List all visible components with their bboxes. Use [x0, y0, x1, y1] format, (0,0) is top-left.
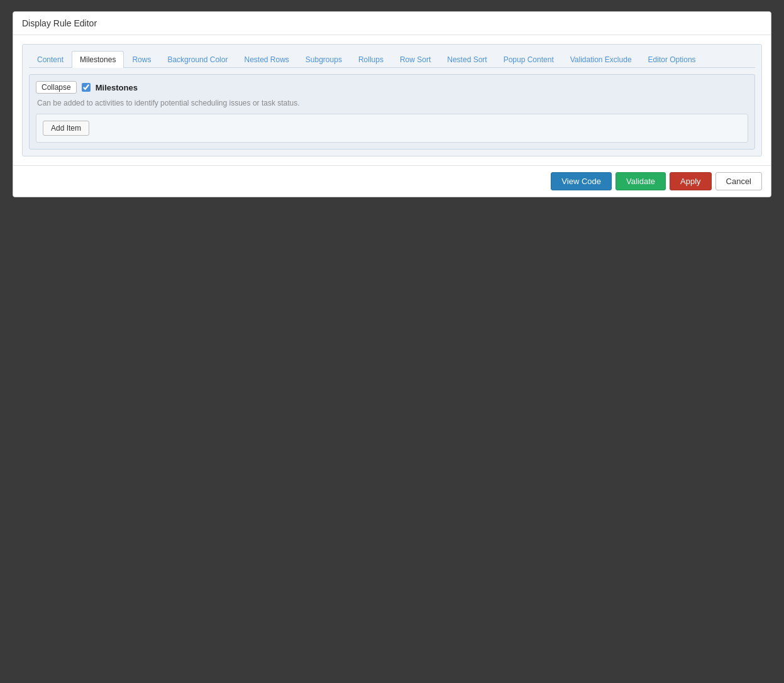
- validate-button[interactable]: Validate: [616, 172, 666, 190]
- tab-nested-rows[interactable]: Nested Rows: [236, 51, 297, 68]
- add-item-button[interactable]: Add Item: [43, 121, 89, 136]
- section-header: Collapse Milestones: [36, 81, 748, 94]
- dialog-footer: View Code Validate Apply Cancel: [13, 165, 771, 197]
- milestones-content: Add Item: [36, 114, 748, 143]
- tab-popup-content[interactable]: Popup Content: [495, 51, 562, 68]
- tab-validation-exclude[interactable]: Validation Exclude: [562, 51, 640, 68]
- tab-content[interactable]: Content: [29, 51, 72, 68]
- tabs-nav: ContentMilestonesRowsBackground ColorNes…: [29, 51, 755, 68]
- tab-subgroups[interactable]: Subgroups: [297, 51, 350, 68]
- cancel-button[interactable]: Cancel: [715, 172, 762, 190]
- tab-rows[interactable]: Rows: [124, 51, 159, 68]
- milestones-checkbox[interactable]: [82, 83, 91, 92]
- tab-row-sort[interactable]: Row Sort: [392, 51, 439, 68]
- apply-button[interactable]: Apply: [670, 172, 712, 190]
- dialog-title: Display Rule Editor: [22, 18, 97, 28]
- tabs-panel: ContentMilestonesRowsBackground ColorNes…: [22, 44, 762, 156]
- milestones-description: Can be added to activities to identify p…: [36, 99, 748, 107]
- collapse-button[interactable]: Collapse: [36, 81, 77, 94]
- milestones-title: Milestones: [96, 83, 138, 92]
- view-code-button[interactable]: View Code: [551, 172, 612, 190]
- page-background: Display Rule Editor ContentMilestonesRow…: [0, 0, 784, 210]
- tab-editor-options[interactable]: Editor Options: [640, 51, 704, 68]
- dialog-body: ContentMilestonesRowsBackground ColorNes…: [13, 35, 771, 165]
- tab-background-color[interactable]: Background Color: [159, 51, 236, 68]
- tab-rollups[interactable]: Rollups: [350, 51, 392, 68]
- tab-nested-sort[interactable]: Nested Sort: [439, 51, 495, 68]
- dialog: Display Rule Editor ContentMilestonesRow…: [13, 11, 771, 197]
- dialog-title-bar: Display Rule Editor: [13, 12, 771, 35]
- tab-milestones[interactable]: Milestones: [72, 51, 124, 68]
- milestones-section: Collapse Milestones Can be added to acti…: [29, 74, 755, 150]
